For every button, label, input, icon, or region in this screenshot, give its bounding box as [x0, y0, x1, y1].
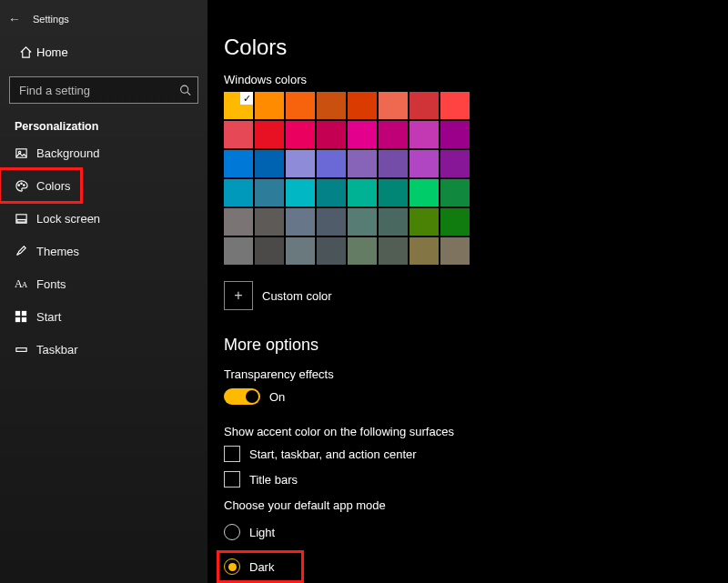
color-swatch[interactable]: [317, 121, 346, 148]
color-swatch[interactable]: [410, 179, 439, 206]
color-swatch[interactable]: [224, 179, 253, 206]
transparency-label: Transparency effects: [224, 367, 728, 381]
color-swatch[interactable]: [348, 208, 377, 236]
color-swatch[interactable]: [379, 92, 408, 119]
checkbox-label: Start, taskbar, and action center: [249, 447, 417, 461]
swatch-label: Windows colors: [224, 73, 728, 86]
sidebar-item-colors[interactable]: Colors: [0, 169, 81, 202]
radio-label: Dark: [249, 560, 274, 574]
nav-label: Background: [36, 146, 99, 160]
start-icon: [15, 310, 36, 323]
palette-icon: [15, 179, 36, 193]
color-swatch[interactable]: [255, 208, 284, 236]
taskbar-icon: [15, 343, 36, 357]
color-swatch[interactable]: [410, 121, 439, 148]
svg-rect-9: [22, 311, 26, 316]
color-swatch[interactable]: [317, 179, 346, 206]
radio-label: Light: [249, 526, 275, 539]
color-swatch[interactable]: [440, 208, 470, 236]
sidebar: ← Settings Home Personalization Backgrou…: [0, 0, 207, 583]
color-swatch[interactable]: [348, 150, 377, 177]
nav-label: Taskbar: [36, 343, 78, 357]
color-swatch-grid: [224, 92, 470, 265]
color-swatch[interactable]: [286, 237, 315, 265]
color-swatch[interactable]: [224, 237, 253, 265]
color-swatch[interactable]: [348, 179, 377, 206]
checkbox-title-bars[interactable]: Title bars: [224, 471, 728, 488]
sidebar-item-fonts[interactable]: AAFonts: [0, 267, 207, 300]
color-swatch[interactable]: [224, 92, 253, 119]
nav-label: Colors: [36, 179, 71, 193]
color-swatch[interactable]: [379, 208, 408, 236]
color-swatch[interactable]: [286, 121, 315, 148]
sidebar-item-lock-screen[interactable]: Lock screen: [0, 202, 207, 235]
color-swatch[interactable]: [410, 237, 439, 265]
sidebar-item-background[interactable]: Background: [0, 136, 207, 169]
color-swatch[interactable]: [317, 237, 346, 265]
plus-icon: +: [224, 281, 253, 310]
svg-point-4: [21, 182, 23, 184]
color-swatch[interactable]: [379, 237, 408, 265]
color-swatch[interactable]: [255, 150, 284, 177]
svg-rect-1: [16, 148, 26, 156]
sidebar-item-themes[interactable]: Themes: [0, 235, 207, 267]
color-swatch[interactable]: [379, 150, 408, 177]
home-icon: [15, 45, 36, 59]
checkbox-label: Title bars: [249, 473, 298, 487]
svg-point-5: [24, 184, 25, 186]
color-swatch[interactable]: [317, 92, 346, 119]
color-swatch[interactable]: [224, 150, 253, 177]
color-swatch[interactable]: [255, 237, 284, 265]
color-swatch[interactable]: [379, 121, 408, 148]
color-swatch[interactable]: [440, 150, 470, 177]
color-swatch[interactable]: [410, 150, 439, 177]
back-icon[interactable]: ←: [5, 12, 24, 26]
color-swatch[interactable]: [224, 121, 253, 148]
window-title: Settings: [33, 14, 69, 25]
sidebar-item-home[interactable]: Home: [0, 36, 207, 67]
color-swatch[interactable]: [255, 179, 284, 206]
color-swatch[interactable]: [286, 92, 315, 119]
svg-rect-7: [17, 219, 25, 222]
custom-color-label: Custom color: [262, 289, 332, 303]
search-input[interactable]: [9, 76, 198, 104]
radio-light[interactable]: Light: [224, 519, 728, 545]
color-swatch[interactable]: [255, 121, 284, 148]
color-swatch[interactable]: [348, 92, 377, 119]
sidebar-item-start[interactable]: Start: [0, 300, 207, 333]
color-swatch[interactable]: [348, 237, 377, 265]
color-swatch[interactable]: [286, 150, 315, 177]
color-swatch[interactable]: [286, 208, 315, 236]
custom-color-button[interactable]: + Custom color: [224, 281, 728, 310]
app-mode-label: Choose your default app mode: [224, 498, 728, 512]
color-swatch[interactable]: [286, 179, 315, 206]
titlebar: ← Settings: [0, 5, 207, 33]
radio-icon: [224, 558, 240, 575]
nav-label: Start: [36, 310, 61, 324]
nav-label: Themes: [36, 245, 79, 258]
sidebar-item-taskbar[interactable]: Taskbar: [0, 333, 207, 366]
checkbox-start-taskbar-and-action-center[interactable]: Start, taskbar, and action center: [224, 446, 728, 462]
nav-list: BackgroundColorsLock screenThemesAAFonts…: [0, 136, 207, 366]
color-swatch[interactable]: [379, 179, 408, 206]
color-swatch[interactable]: [224, 208, 253, 236]
color-swatch[interactable]: [440, 121, 470, 148]
color-swatch[interactable]: [440, 92, 470, 119]
search-icon: [179, 85, 191, 96]
transparency-toggle[interactable]: On: [224, 388, 728, 405]
more-options-header: More options: [224, 336, 728, 355]
color-swatch[interactable]: [317, 150, 346, 177]
search-wrap: [9, 76, 198, 104]
fonts-icon: AA: [15, 277, 36, 291]
svg-rect-12: [16, 347, 26, 351]
page-title: Colors: [224, 35, 728, 60]
color-swatch[interactable]: [348, 121, 377, 148]
color-swatch[interactable]: [410, 208, 439, 236]
checkbox-icon: [224, 446, 240, 462]
color-swatch[interactable]: [317, 208, 346, 236]
color-swatch[interactable]: [440, 179, 470, 206]
radio-dark[interactable]: Dark: [224, 554, 728, 579]
color-swatch[interactable]: [410, 92, 439, 119]
color-swatch[interactable]: [255, 92, 284, 119]
color-swatch[interactable]: [440, 237, 470, 265]
